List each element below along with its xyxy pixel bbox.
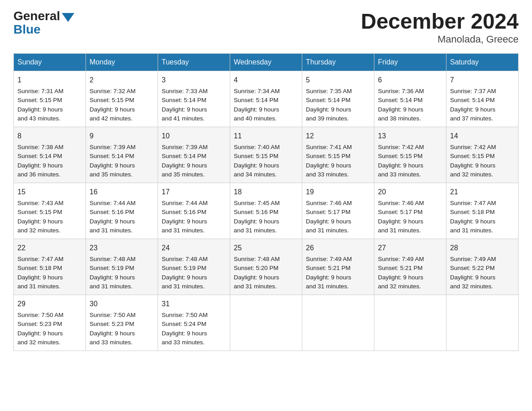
calendar-day-cell bbox=[230, 295, 302, 351]
calendar-day-cell: 12Sunrise: 7:41 AMSunset: 5:15 PMDayligh… bbox=[302, 127, 374, 183]
logo: General Blue bbox=[13, 9, 74, 37]
calendar-week-row: 15Sunrise: 7:43 AMSunset: 5:15 PMDayligh… bbox=[14, 183, 519, 239]
calendar-day-cell bbox=[302, 295, 374, 351]
day-number: 4 bbox=[234, 75, 298, 86]
day-number: 11 bbox=[234, 131, 298, 141]
calendar-day-cell: 28Sunrise: 7:49 AMSunset: 5:22 PMDayligh… bbox=[446, 239, 519, 295]
header-tuesday: Tuesday bbox=[158, 54, 230, 71]
day-number: 21 bbox=[450, 187, 515, 197]
calendar-day-cell: 29Sunrise: 7:50 AMSunset: 5:23 PMDayligh… bbox=[14, 295, 86, 351]
calendar-day-cell: 4Sunrise: 7:34 AMSunset: 5:14 PMDaylight… bbox=[230, 71, 302, 127]
calendar-day-cell: 18Sunrise: 7:45 AMSunset: 5:16 PMDayligh… bbox=[230, 183, 302, 239]
calendar-day-cell: 15Sunrise: 7:43 AMSunset: 5:15 PMDayligh… bbox=[14, 183, 86, 239]
header-sunday: Sunday bbox=[14, 54, 86, 71]
day-number: 12 bbox=[306, 131, 370, 141]
calendar-week-row: 29Sunrise: 7:50 AMSunset: 5:23 PMDayligh… bbox=[14, 295, 519, 351]
day-number: 7 bbox=[450, 75, 515, 86]
calendar-week-row: 8Sunrise: 7:38 AMSunset: 5:14 PMDaylight… bbox=[14, 127, 519, 183]
day-number: 31 bbox=[162, 299, 226, 309]
day-number: 2 bbox=[90, 75, 154, 86]
calendar-header-row: SundayMondayTuesdayWednesdayThursdayFrid… bbox=[14, 54, 519, 71]
day-number: 17 bbox=[162, 187, 226, 197]
calendar-day-cell: 11Sunrise: 7:40 AMSunset: 5:15 PMDayligh… bbox=[230, 127, 302, 183]
calendar-day-cell: 16Sunrise: 7:44 AMSunset: 5:16 PMDayligh… bbox=[86, 183, 158, 239]
day-number: 23 bbox=[90, 243, 154, 253]
calendar-day-cell: 2Sunrise: 7:32 AMSunset: 5:15 PMDaylight… bbox=[86, 71, 158, 127]
header-thursday: Thursday bbox=[302, 54, 374, 71]
day-number: 25 bbox=[234, 243, 298, 253]
day-number: 13 bbox=[378, 131, 442, 141]
day-number: 27 bbox=[378, 243, 442, 253]
calendar-day-cell: 7Sunrise: 7:37 AMSunset: 5:14 PMDaylight… bbox=[446, 71, 519, 127]
calendar-day-cell: 3Sunrise: 7:33 AMSunset: 5:14 PMDaylight… bbox=[158, 71, 230, 127]
calendar-week-row: 1Sunrise: 7:31 AMSunset: 5:15 PMDaylight… bbox=[14, 71, 519, 127]
calendar-day-cell: 24Sunrise: 7:48 AMSunset: 5:19 PMDayligh… bbox=[158, 239, 230, 295]
header-friday: Friday bbox=[374, 54, 446, 71]
page-header: General Blue December 2024 Manolada, Gre… bbox=[13, 9, 519, 45]
day-number: 6 bbox=[378, 75, 442, 86]
day-number: 18 bbox=[234, 187, 298, 197]
day-number: 24 bbox=[162, 243, 226, 253]
calendar-day-cell: 30Sunrise: 7:50 AMSunset: 5:23 PMDayligh… bbox=[86, 295, 158, 351]
calendar-day-cell: 19Sunrise: 7:46 AMSunset: 5:17 PMDayligh… bbox=[302, 183, 374, 239]
calendar-subtitle: Manolada, Greece bbox=[361, 34, 519, 45]
day-number: 20 bbox=[378, 187, 442, 197]
calendar-table: SundayMondayTuesdayWednesdayThursdayFrid… bbox=[13, 53, 519, 351]
day-number: 9 bbox=[90, 131, 154, 141]
day-number: 30 bbox=[90, 299, 154, 309]
day-number: 19 bbox=[306, 187, 370, 197]
calendar-day-cell: 9Sunrise: 7:39 AMSunset: 5:14 PMDaylight… bbox=[86, 127, 158, 183]
calendar-day-cell: 25Sunrise: 7:48 AMSunset: 5:20 PMDayligh… bbox=[230, 239, 302, 295]
calendar-day-cell: 27Sunrise: 7:49 AMSunset: 5:21 PMDayligh… bbox=[374, 239, 446, 295]
calendar-title: December 2024 bbox=[361, 9, 519, 34]
calendar-day-cell: 21Sunrise: 7:47 AMSunset: 5:18 PMDayligh… bbox=[446, 183, 519, 239]
day-number: 15 bbox=[17, 187, 82, 197]
calendar-day-cell: 22Sunrise: 7:47 AMSunset: 5:18 PMDayligh… bbox=[14, 239, 86, 295]
day-number: 1 bbox=[17, 75, 82, 86]
calendar-day-cell: 6Sunrise: 7:36 AMSunset: 5:14 PMDaylight… bbox=[374, 71, 446, 127]
calendar-day-cell: 23Sunrise: 7:48 AMSunset: 5:19 PMDayligh… bbox=[86, 239, 158, 295]
day-number: 16 bbox=[90, 187, 154, 197]
day-number: 26 bbox=[306, 243, 370, 253]
calendar-day-cell bbox=[446, 295, 519, 351]
day-number: 5 bbox=[306, 75, 370, 86]
day-number: 3 bbox=[162, 75, 226, 86]
calendar-day-cell: 14Sunrise: 7:42 AMSunset: 5:15 PMDayligh… bbox=[446, 127, 519, 183]
calendar-day-cell: 31Sunrise: 7:50 AMSunset: 5:24 PMDayligh… bbox=[158, 295, 230, 351]
day-number: 22 bbox=[17, 243, 82, 253]
calendar-week-row: 22Sunrise: 7:47 AMSunset: 5:18 PMDayligh… bbox=[14, 239, 519, 295]
calendar-day-cell bbox=[374, 295, 446, 351]
header-saturday: Saturday bbox=[446, 54, 519, 71]
calendar-day-cell: 20Sunrise: 7:46 AMSunset: 5:17 PMDayligh… bbox=[374, 183, 446, 239]
calendar-day-cell: 17Sunrise: 7:44 AMSunset: 5:16 PMDayligh… bbox=[158, 183, 230, 239]
day-number: 28 bbox=[450, 243, 515, 253]
title-area: December 2024 Manolada, Greece bbox=[361, 9, 519, 45]
logo-general-text: General bbox=[13, 9, 60, 23]
logo-arrow-icon bbox=[62, 13, 74, 22]
calendar-day-cell: 13Sunrise: 7:42 AMSunset: 5:15 PMDayligh… bbox=[374, 127, 446, 183]
day-number: 10 bbox=[162, 131, 226, 141]
day-number: 8 bbox=[17, 131, 82, 141]
calendar-day-cell: 5Sunrise: 7:35 AMSunset: 5:14 PMDaylight… bbox=[302, 71, 374, 127]
day-number: 29 bbox=[17, 299, 82, 309]
calendar-day-cell: 1Sunrise: 7:31 AMSunset: 5:15 PMDaylight… bbox=[14, 71, 86, 127]
calendar-day-cell: 26Sunrise: 7:49 AMSunset: 5:21 PMDayligh… bbox=[302, 239, 374, 295]
header-wednesday: Wednesday bbox=[230, 54, 302, 71]
calendar-day-cell: 8Sunrise: 7:38 AMSunset: 5:14 PMDaylight… bbox=[14, 127, 86, 183]
day-number: 14 bbox=[450, 131, 515, 141]
logo-blue-text: Blue bbox=[13, 22, 41, 37]
header-monday: Monday bbox=[86, 54, 158, 71]
calendar-day-cell: 10Sunrise: 7:39 AMSunset: 5:14 PMDayligh… bbox=[158, 127, 230, 183]
